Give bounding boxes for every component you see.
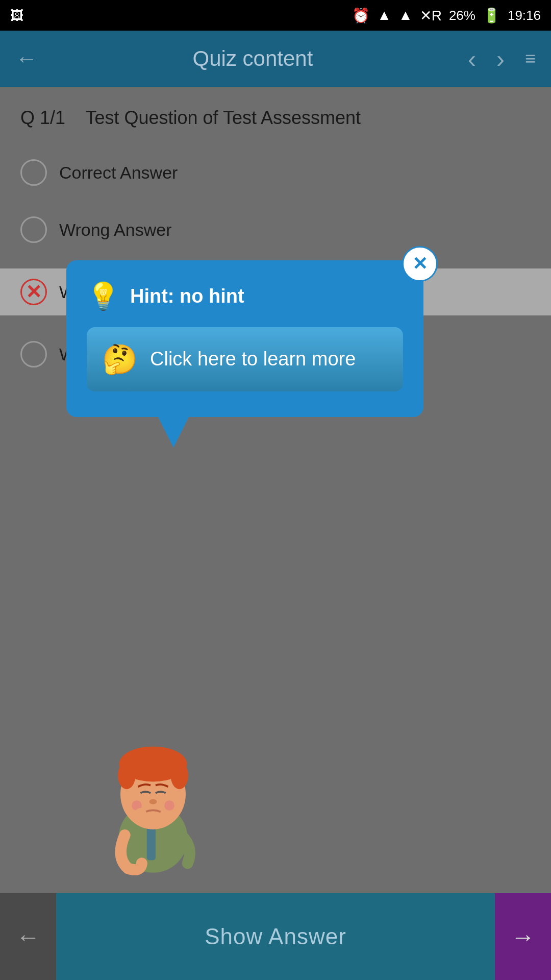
main-content: Q 1/1 Test Question of Test Assessment C… bbox=[0, 87, 551, 980]
radio-4 bbox=[20, 341, 47, 368]
show-answer-button[interactable]: Show Answer bbox=[56, 893, 495, 980]
hint-popup: ✕ 💡 Hint: no hint 🤔 Click here to learn … bbox=[66, 260, 423, 417]
hint-header: 💡 Hint: no hint bbox=[87, 281, 403, 312]
svg-point-6 bbox=[170, 762, 188, 789]
character-illustration bbox=[71, 713, 235, 878]
prev-button[interactable]: ‹ bbox=[468, 45, 476, 73]
answer-option-1[interactable]: Correct Answer bbox=[20, 154, 531, 191]
radio-1 bbox=[20, 159, 47, 186]
show-answer-label: Show Answer bbox=[205, 924, 346, 949]
thinking-icon: 🤔 bbox=[102, 342, 138, 376]
no-sim-icon: ✕R bbox=[420, 7, 442, 24]
svg-point-5 bbox=[118, 762, 135, 789]
answer-text-1: Correct Answer bbox=[59, 163, 178, 183]
app-header: ← Quiz content ‹ › ≡ bbox=[0, 31, 551, 87]
learn-more-button[interactable]: 🤔 Click here to learn more bbox=[87, 327, 403, 391]
close-popup-button[interactable]: ✕ bbox=[402, 246, 438, 282]
battery-icon: 🔋 bbox=[483, 7, 500, 24]
answer-text-2: Wrong Answer bbox=[59, 220, 171, 240]
back-button[interactable]: ← bbox=[15, 46, 38, 71]
menu-button[interactable]: ≡ bbox=[525, 48, 536, 69]
wrong-x-icon: ✕ bbox=[26, 281, 42, 303]
radio-3: ✕ bbox=[20, 279, 47, 305]
bottom-back-icon: ← bbox=[16, 923, 40, 951]
answer-option-2[interactable]: Wrong Answer bbox=[20, 211, 531, 248]
bottom-back-button[interactable]: ← bbox=[0, 893, 56, 980]
hint-text: Hint: no hint bbox=[130, 285, 244, 307]
question-number: Q 1/1 bbox=[20, 107, 65, 128]
svg-point-7 bbox=[149, 799, 157, 804]
question-label: Q 1/1 Test Question of Test Assessment bbox=[20, 107, 531, 129]
signal-icon: ▲ bbox=[398, 7, 413, 23]
bottom-next-icon: → bbox=[511, 923, 535, 951]
radio-2 bbox=[20, 216, 47, 243]
svg-point-10 bbox=[134, 808, 147, 821]
header-nav: ‹ › ≡ bbox=[468, 45, 536, 73]
wifi-icon: ▲ bbox=[377, 7, 391, 23]
question-text: Test Question of Test Assessment bbox=[85, 107, 361, 128]
next-button[interactable]: › bbox=[496, 45, 505, 73]
header-title: Quiz content bbox=[193, 46, 313, 71]
clock-icon: ⏰ bbox=[352, 7, 370, 24]
time-label: 19:16 bbox=[508, 8, 541, 23]
bulb-icon: 💡 bbox=[87, 281, 120, 312]
battery-label: 26% bbox=[449, 8, 475, 23]
status-bar: 🖼 ⏰ ▲ ▲ ✕R 26% 🔋 19:16 bbox=[0, 0, 551, 31]
close-icon: ✕ bbox=[412, 253, 428, 275]
svg-point-9 bbox=[164, 800, 174, 811]
learn-more-text: Click here to learn more bbox=[150, 347, 356, 372]
photo-icon: 🖼 bbox=[10, 8, 23, 23]
bottom-bar: ← Show Answer → bbox=[0, 893, 551, 980]
bottom-next-button[interactable]: → bbox=[495, 893, 551, 980]
